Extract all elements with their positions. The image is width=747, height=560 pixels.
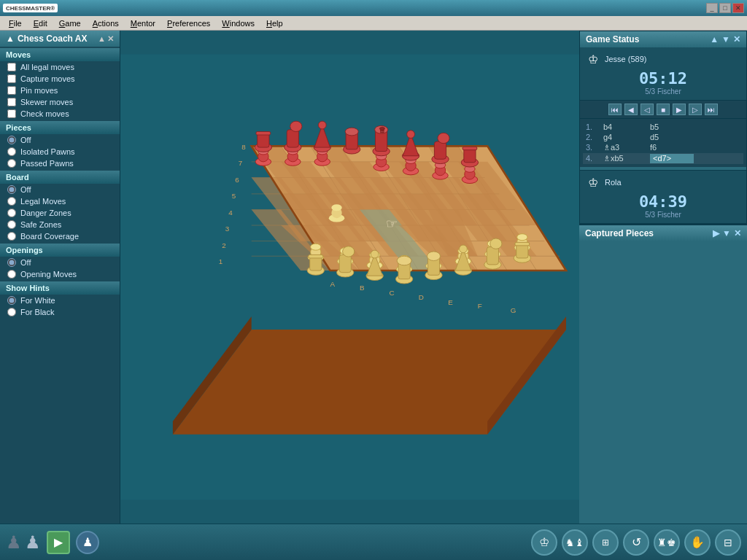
radio-openings-off[interactable] — [7, 258, 16, 267]
menu-windows[interactable]: Windows — [216, 18, 260, 29]
main-area: ▲ Chess Coach AX ▲ ✕ Moves All legal mov… — [0, 31, 747, 524]
checkbox-skewer[interactable] — [7, 98, 16, 106]
option-skewer-moves[interactable]: Skewer moves — [0, 96, 120, 108]
player2-time: 04:39 — [586, 192, 740, 211]
pb-start[interactable]: ⏮ — [608, 104, 622, 115]
btn-board[interactable]: ⊞ — [592, 529, 619, 556]
minimize-button[interactable]: _ — [706, 3, 718, 13]
radio-safe[interactable] — [7, 220, 16, 229]
svg-text:8: 8 — [241, 143, 246, 151]
option-safe-zones[interactable]: Safe Zones — [0, 219, 120, 230]
menu-help[interactable]: Help — [260, 18, 289, 29]
menu-file[interactable]: File — [3, 18, 28, 29]
svg-text:5: 5 — [232, 192, 236, 200]
chess-board-area[interactable]: A B C D E F G 8 7 6 5 4 3 2 1 — [120, 31, 579, 524]
option-check-moves[interactable]: Check moves — [0, 108, 120, 120]
cap-down[interactable]: ▼ — [722, 228, 731, 238]
cap-arrow[interactable]: ▶ — [713, 228, 719, 238]
svg-point-138 — [397, 256, 411, 265]
player2-name: Rola — [605, 178, 622, 187]
btn-king[interactable]: ♔ — [531, 529, 557, 556]
menu-preferences[interactable]: Preferences — [161, 18, 216, 29]
checkbox-all-legal[interactable] — [7, 63, 16, 71]
svg-text:♛: ♛ — [379, 125, 386, 134]
option-pin-moves[interactable]: Pin moves — [0, 85, 120, 96]
gs-down-btn[interactable]: ▼ — [721, 34, 730, 44]
cap-close[interactable]: ✕ — [734, 228, 741, 238]
pb-play[interactable]: ▶ — [673, 104, 686, 115]
pb-back[interactable]: ◁ — [640, 104, 654, 115]
move-row-2[interactable]: 2. g4 d5 — [583, 132, 743, 142]
option-capture-moves[interactable]: Capture moves — [0, 73, 120, 85]
menu-mentor[interactable]: Mentor — [125, 18, 161, 29]
btn-grid[interactable]: ⊟ — [715, 529, 741, 556]
radio-isolated[interactable] — [7, 147, 16, 156]
label-pin: Pin moves — [20, 86, 58, 95]
panel-collapse-btn[interactable]: ▲ — [98, 34, 106, 44]
title-bar: CHESSMASTER® _ □ ✕ — [0, 0, 747, 16]
option-danger-zones[interactable]: Danger Zones — [0, 207, 120, 219]
option-legal-moves[interactable]: Legal Moves — [0, 195, 120, 207]
captured-content — [579, 241, 747, 253]
btn-analyze[interactable]: ♜♚ — [654, 529, 680, 556]
radio-danger[interactable] — [7, 209, 16, 217]
menu-edit[interactable]: Edit — [28, 18, 53, 29]
pb-stop[interactable]: ■ — [657, 104, 670, 115]
svg-text:3: 3 — [225, 225, 230, 233]
checkbox-check[interactable] — [7, 109, 16, 118]
pb-prev[interactable]: ◀ — [624, 104, 638, 115]
move-row-1[interactable]: 1. b4 b5 — [583, 122, 743, 132]
radio-pieces-off[interactable] — [7, 136, 16, 144]
radio-passed[interactable] — [7, 159, 16, 168]
move-row-4[interactable]: 4. ♗xb5 <d7> — [583, 153, 743, 164]
captured-pieces-panel: Captured Pieces ▶ ▼ ✕ — [579, 225, 747, 524]
chess-board-svg[interactable]: A B C D E F G 8 7 6 5 4 3 2 1 — [120, 31, 579, 524]
btn-pieces[interactable]: ♞♝ — [562, 529, 588, 556]
option-passed-pawns[interactable]: Passed Pawns — [0, 158, 120, 169]
move-row-3[interactable]: 3. ♗a3 f6 — [583, 142, 743, 153]
move-num-3: 3. — [586, 143, 600, 152]
svg-point-135 — [371, 250, 379, 258]
left-panel: ▲ Chess Coach AX ▲ ✕ Moves All legal mov… — [0, 31, 120, 524]
option-hints-black[interactable]: For Black — [0, 306, 120, 318]
menu-actions[interactable]: Actions — [87, 18, 125, 29]
option-openings-off[interactable]: Off — [0, 257, 120, 268]
move-num-2: 2. — [586, 133, 600, 141]
btn-hand[interactable]: ✋ — [684, 529, 711, 556]
option-board-coverage[interactable]: Board Coverage — [0, 230, 120, 242]
btn-move[interactable]: ↺ — [623, 529, 649, 556]
panel-close-btn[interactable]: ✕ — [107, 34, 114, 44]
radio-opening-moves[interactable] — [7, 270, 16, 279]
svg-point-89 — [345, 128, 358, 136]
svg-point-141 — [427, 252, 441, 261]
maximize-button[interactable]: □ — [719, 3, 731, 13]
pb-end[interactable]: ⏭ — [705, 104, 718, 115]
radio-hints-white[interactable] — [7, 296, 16, 305]
checkbox-capture[interactable] — [7, 74, 16, 83]
option-opening-moves[interactable]: Opening Moves — [0, 268, 120, 280]
option-all-legal-moves[interactable]: All legal moves — [0, 61, 120, 73]
radio-hints-black[interactable] — [7, 308, 16, 316]
option-board-off[interactable]: Off — [0, 184, 120, 195]
radio-coverage[interactable] — [7, 232, 16, 241]
pb-next[interactable]: ▷ — [689, 104, 702, 115]
close-button[interactable]: ✕ — [732, 3, 744, 13]
move-4-black[interactable]: <d7> — [650, 154, 694, 163]
svg-rect-98 — [434, 141, 446, 159]
radio-legal[interactable] — [7, 197, 16, 206]
svg-text:B: B — [360, 284, 365, 292]
radio-board-off[interactable] — [7, 185, 16, 194]
play-button[interactable]: ▶ — [47, 531, 70, 554]
app-logo: CHESSMASTER® — [3, 4, 58, 12]
menu-game[interactable]: Game — [53, 18, 87, 29]
option-pieces-off[interactable]: Off — [0, 134, 120, 146]
option-isolated-pawns[interactable]: Isolated Pawns — [0, 146, 120, 158]
checkbox-pin[interactable] — [7, 86, 16, 95]
gs-up-btn[interactable]: ▲ — [710, 34, 719, 44]
hint-button[interactable]: ♟ — [76, 531, 99, 554]
svg-rect-82 — [287, 130, 298, 147]
player1-time: 05:12 — [586, 69, 740, 88]
gs-close-btn[interactable]: ✕ — [733, 34, 740, 44]
option-hints-white[interactable]: For White — [0, 295, 120, 306]
section-pieces: Pieces — [0, 121, 120, 134]
